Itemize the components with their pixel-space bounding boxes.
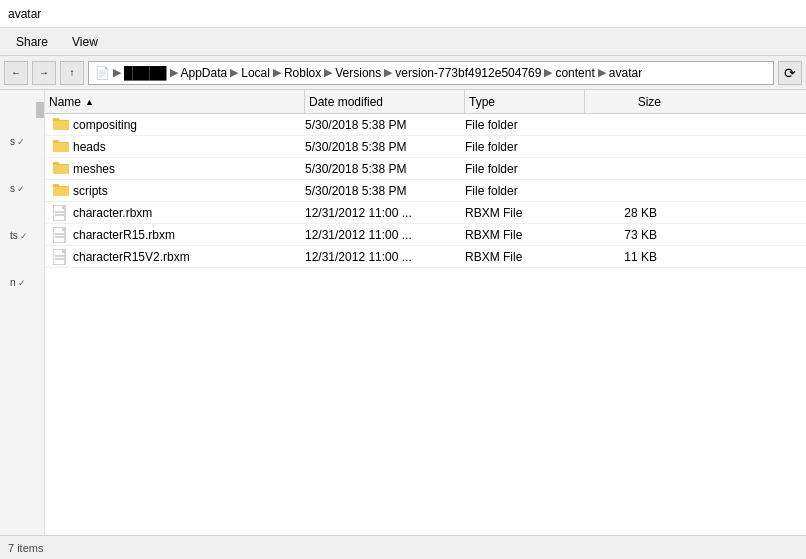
title-bar: avatar <box>0 0 806 28</box>
file-date: 5/30/2018 5:38 PM <box>305 140 465 154</box>
file-date: 12/31/2012 11:00 ... <box>305 206 465 220</box>
file-type: File folder <box>465 162 585 176</box>
file-name: characterR15.rbxm <box>45 227 305 243</box>
file-name: scripts <box>45 183 305 199</box>
file-name-text: meshes <box>73 162 115 176</box>
menu-view[interactable]: View <box>64 31 106 53</box>
forward-button[interactable]: → <box>32 61 56 85</box>
col-header-date[interactable]: Date modified <box>305 90 465 113</box>
file-name-text: scripts <box>73 184 108 198</box>
address-bar: ← → ↑ 📄 ▶ █████ ▶ AppData ▶ Local ▶ Robl… <box>0 56 806 90</box>
col-header-name[interactable]: Name ▲ <box>45 90 305 113</box>
file-type: File folder <box>465 184 585 198</box>
file-date: 12/31/2012 11:00 ... <box>305 228 465 242</box>
file-date: 12/31/2012 11:00 ... <box>305 250 465 264</box>
folder-icon <box>53 161 69 177</box>
breadcrumb-user: █████ <box>124 66 167 80</box>
title-bar-text: avatar <box>8 7 41 21</box>
folder-icon <box>53 117 69 133</box>
breadcrumb-version: version-773bf4912e504769 <box>395 66 541 80</box>
breadcrumb-local: Local <box>241 66 270 80</box>
breadcrumb-roblox: Roblox <box>284 66 321 80</box>
back-button[interactable]: ← <box>4 61 28 85</box>
file-name: compositing <box>45 117 305 133</box>
file-name: characterR15V2.rbxm <box>45 249 305 265</box>
status-text: 7 items <box>8 542 43 554</box>
file-name: character.rbxm <box>45 205 305 221</box>
breadcrumb-versions: Versions <box>335 66 381 80</box>
file-icon <box>53 205 69 221</box>
file-name-text: characterR15.rbxm <box>73 228 175 242</box>
nav-item-1[interactable]: s ✓ <box>4 132 44 151</box>
breadcrumb-avatar: avatar <box>609 66 642 80</box>
folder-icon <box>53 139 69 155</box>
nav-item-2[interactable]: s ✓ <box>4 179 44 198</box>
file-date: 5/30/2018 5:38 PM <box>305 118 465 132</box>
breadcrumb-appdata: AppData <box>181 66 228 80</box>
file-date: 5/30/2018 5:38 PM <box>305 162 465 176</box>
breadcrumb-home: 📄 <box>95 66 110 80</box>
table-row[interactable]: heads 5/30/2018 5:38 PM File folder <box>45 136 806 158</box>
status-bar: 7 items <box>0 535 806 559</box>
file-type: RBXM File <box>465 250 585 264</box>
breadcrumb-content: content <box>555 66 594 80</box>
table-row[interactable]: characterR15.rbxm 12/31/2012 11:00 ... R… <box>45 224 806 246</box>
folder-icon <box>53 183 69 199</box>
up-button[interactable]: ↑ <box>60 61 84 85</box>
file-name: meshes <box>45 161 305 177</box>
file-type: File folder <box>465 140 585 154</box>
file-date: 5/30/2018 5:38 PM <box>305 184 465 198</box>
file-name-text: compositing <box>73 118 137 132</box>
nav-panel: s ✓ s ✓ ts ✓ n ✓ <box>0 90 45 535</box>
file-name: heads <box>45 139 305 155</box>
table-row[interactable]: characterR15V2.rbxm 12/31/2012 11:00 ...… <box>45 246 806 268</box>
table-row[interactable]: character.rbxm 12/31/2012 11:00 ... RBXM… <box>45 202 806 224</box>
address-path[interactable]: 📄 ▶ █████ ▶ AppData ▶ Local ▶ Roblox ▶ V… <box>88 61 774 85</box>
menu-share[interactable]: Share <box>8 31 56 53</box>
file-name-text: character.rbxm <box>73 206 152 220</box>
file-name-text: heads <box>73 140 106 154</box>
nav-item-3[interactable]: ts ✓ <box>4 226 44 245</box>
col-header-type[interactable]: Type <box>465 90 585 113</box>
file-type: File folder <box>465 118 585 132</box>
file-rows: compositing 5/30/2018 5:38 PM File folde… <box>45 114 806 268</box>
file-size: 11 KB <box>585 250 665 264</box>
table-row[interactable]: scripts 5/30/2018 5:38 PM File folder <box>45 180 806 202</box>
file-size: 28 KB <box>585 206 665 220</box>
column-headers: Name ▲ Date modified Type Size <box>45 90 806 114</box>
refresh-button[interactable]: ⟳ <box>778 61 802 85</box>
file-size: 73 KB <box>585 228 665 242</box>
menu-bar: Share View <box>0 28 806 56</box>
file-name-text: characterR15V2.rbxm <box>73 250 190 264</box>
file-icon <box>53 249 69 265</box>
table-row[interactable]: meshes 5/30/2018 5:38 PM File folder <box>45 158 806 180</box>
main-area: s ✓ s ✓ ts ✓ n ✓ Nam <box>0 90 806 535</box>
file-type: RBXM File <box>465 206 585 220</box>
file-icon <box>53 227 69 243</box>
file-list-container: Name ▲ Date modified Type Size compositi <box>45 90 806 535</box>
col-header-size[interactable]: Size <box>585 90 665 113</box>
file-type: RBXM File <box>465 228 585 242</box>
nav-item-4[interactable]: n ✓ <box>4 273 44 292</box>
table-row[interactable]: compositing 5/30/2018 5:38 PM File folde… <box>45 114 806 136</box>
